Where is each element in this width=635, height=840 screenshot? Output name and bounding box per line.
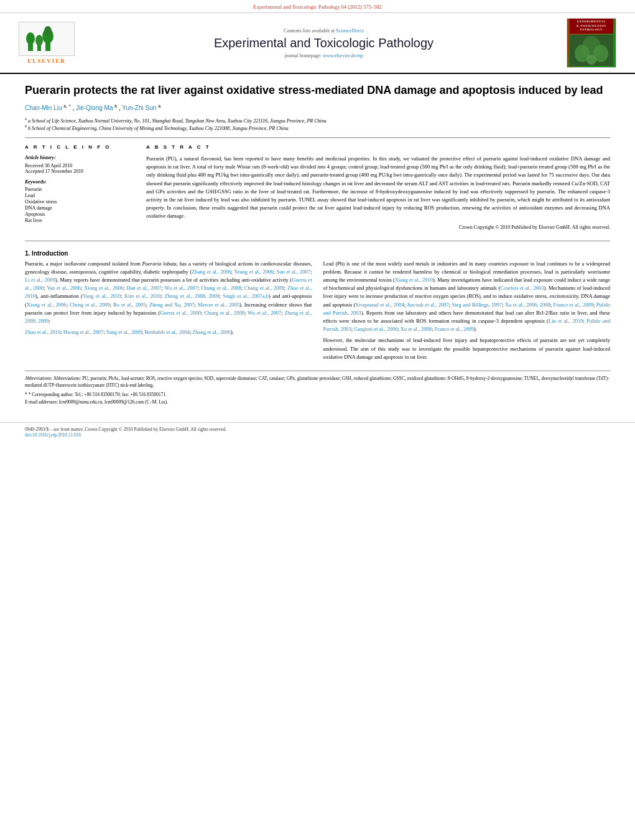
cite-kim-2010[interactable]: Kim et al., 2010 [124,293,161,299]
author-chan-min-liu: Chan-Min Liu [25,105,62,112]
cite-chang-2009[interactable]: Chang et al., 2009 [244,285,284,291]
cite-zhang-2006[interactable]: Zhang et al., 2006 [192,269,231,275]
cite-yang-2009[interactable]: Yang et al., 2009 [106,329,141,335]
abbrev-label: Abbreviations: [25,376,52,381]
cite-zhao-2010b[interactable]: Zhao et al., 2010 [25,329,60,335]
keyword-apoptosis: Apoptosis [25,211,134,217]
cite-xu-2008[interactable]: Xu et al., 2008 [401,326,432,332]
received-date: Received 30 April 2010 Accepted 17 Novem… [25,163,134,174]
journal-cover-image [570,35,613,66]
journal-title-block: Contents lists available at ScienceDirec… [81,28,567,58]
cite-xiong-2006b[interactable]: Xiong et al., 2006 [27,302,67,308]
cite-li-2009[interactable]: Li et al., 2009 [25,277,55,283]
author-yun-zhi-sun: Yun-Zhi Sun [122,105,156,112]
journal-citation-bar: Experimental and Toxicologic Pathology 6… [0,0,635,13]
bottom-bar: 0940-2993/$ – see front matter. Crown Co… [0,422,635,441]
abbreviations-footnote: Abbreviations: Abbreviations: PU, puerar… [25,375,610,389]
cite-yang-2010[interactable]: Yang et al., 2010 [83,293,121,299]
journal-citation: Experimental and Toxicologic Pathology 6… [253,4,382,10]
contents-available-line: Contents lists available at ScienceDirec… [93,28,554,34]
article-content: Puerarin protects the rat liver against … [0,74,635,415]
intro-two-col: Puerarin, a major isoflavone compound is… [25,260,610,364]
intro-right-col: Lead (Pb) is one of the most widely used… [323,260,611,364]
cite-han-2007[interactable]: Han et al., 2007 [126,285,161,291]
sciencedirect-link[interactable]: ScienceDirect [336,28,364,34]
cite-chung-2008b[interactable]: Chung et al., 2008 [204,310,244,316]
keyword-puerarin: Puerarin [25,187,134,192]
homepage-link[interactable]: www.elsevier.de/etp [323,53,363,58]
keyword-rat-liver: Rat liver [25,218,134,223]
cite-jurczuk-2007[interactable]: Jurczuk et al., 2007 [407,302,448,308]
authors-line: Chan-Min Liu a, * , Jie-Qiong Ma b , Yun… [25,104,610,111]
cite-zhang-2006b[interactable]: Zhang et al., 2006 [192,329,231,335]
divider-1 [25,137,610,138]
cite-mercer-2005[interactable]: Mercer et al., 2005 [198,302,239,308]
cite-hwang-2007[interactable]: Hwang et al., 2007 [63,329,103,335]
author-jie-qiong-ma: Jie-Qiong Ma [76,105,113,112]
info-abstract-block: A R T I C L E I N F O Article history: R… [25,144,610,234]
cite-xiang-2010[interactable]: Xiang et al., 2010 [395,277,433,283]
cite-franco-2009b[interactable]: Franco et al., 2009 [435,326,475,332]
affiliation-b: b b School of Chemical Engineering, Chin… [25,124,610,131]
article-title: Puerarin protects the rat liver against … [25,83,610,98]
intro-left-col: Puerarin, a major isoflavone compound is… [25,260,312,364]
svg-point-11 [586,55,596,65]
intro-para-1-cont: Zhao et al., 2010; Hwang et al., 2007; Y… [25,328,312,336]
keyword-oxidative-stress: Oxidative stress [25,199,134,205]
keyword-lead: Lead [25,193,134,198]
cite-yan-2006[interactable]: Yan et al., 2006 [47,285,81,291]
cite-liu-2010[interactable]: Liu et al., 2010 [549,318,583,324]
keywords-list: Puerarin Lead Oxidative stress DNA damag… [25,187,134,223]
history-label: Article history: [25,155,134,160]
divider-2 [25,241,610,241]
cite-wu-2007[interactable]: Wu et al., 2007 [164,285,198,291]
elsevier-tree-icon [25,25,68,53]
cite-benhabib-2004[interactable]: Benhabib et al., 2004 [144,329,189,335]
journal-main-title: Experimental and Toxicologic Pathology [93,36,554,50]
cite-xu-2006[interactable]: Xu et al., 2006, 2008 [505,302,550,308]
cite-wu-2007b[interactable]: Wu et al., 2007 [248,310,281,316]
cite-zheng-2008[interactable]: Zheng et al., 2008, 2009 [165,293,220,299]
cite-sun-2007[interactable]: Sun et al., 2007 [276,269,310,275]
svg-point-1 [26,32,35,45]
journal-homepage-line: journal homepage: www.elsevier.de/etp [93,53,554,58]
cite-bo-2005[interactable]: Bo et al., 2005 [113,302,146,308]
issn-line: 0940-2993/$ – see front matter. Crown Co… [25,427,610,432]
article-info-header: A R T I C L E I N F O [25,144,134,150]
footnotes-block: Abbreviations: Abbreviations: PU, puerar… [25,371,610,405]
cite-sivaprasad-2004[interactable]: Sivaprasad et al., 2004 [356,302,404,308]
intro-section-title: 1. Introduction [25,250,610,257]
intro-para-2: Lead (Pb) is one of the most widely used… [323,260,611,334]
cite-xiong-2006[interactable]: Xiong et al., 2006 [84,285,123,291]
cite-chung-2008[interactable]: Chung et al., 2008 [201,285,241,291]
introduction-section: 1. Introduction Puerarin, a major isofla… [25,250,610,364]
affil-b-sup: b [25,124,27,128]
cite-franco-2009[interactable]: Franco et al., 2009 [554,302,593,308]
elsevier-logo-block: ELSEVIER [12,22,81,64]
cite-cheng-2009[interactable]: Cheng et al., 2009 [70,302,110,308]
doi-line: doi:10.1016/j.etp.2010.11.016 [25,432,610,438]
cite-yeung-2006[interactable]: Yeung et al., 2006 [234,269,273,275]
page: Experimental and Toxicologic Pathology 6… [0,0,635,840]
journal-header: ELSEVIER Contents lists available at Sci… [0,13,635,74]
abstract-text: Puerarin (PU), a natural flavonoid, has … [146,155,610,232]
cite-guerra-2000b[interactable]: Guerra et al., 2000 [160,310,201,316]
svg-point-3 [35,35,43,46]
cite-singh-2007[interactable]: Singh et al., 2007a,b [223,293,269,299]
cite-courtois-2003[interactable]: Courtois et al., 2003 [500,285,544,291]
svg-rect-4 [45,42,50,51]
svg-point-6 [44,26,52,36]
cite-gargioni-2006[interactable]: Gargioni et al., 2006 [354,326,397,332]
affil-sup-a1: a, [63,104,67,108]
affil-sup-b: b [114,104,117,108]
article-info-col: A R T I C L E I N F O Article history: R… [25,144,134,234]
keywords-label: Keywords: [25,179,134,185]
elsevier-wordmark: ELSEVIER [27,58,66,64]
abstract-copyright: Crown Copyright © 2010 Published by Else… [146,224,610,231]
affil-sup-a2: a [158,104,160,108]
elsevier-logo-image [19,22,75,56]
cite-zheng-xu-2007[interactable]: Zheng and Xu, 2007 [149,302,195,308]
cite-sieg-1997[interactable]: Sieg and Billings, 1997 [452,302,503,308]
journal-cover-thumb: EXPERIMENTAL& TOXICOLOGICPATHOLOGY [567,18,616,68]
affil-a-sup: a [25,117,27,121]
